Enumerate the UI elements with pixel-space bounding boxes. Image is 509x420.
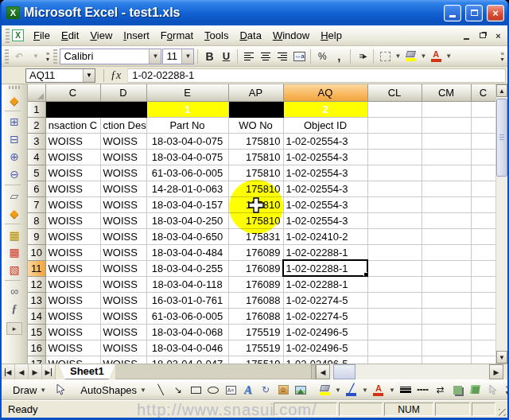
cell-AQ10[interactable]: 1-02-02288-1 <box>283 244 367 260</box>
fill-color-button[interactable] <box>317 382 332 398</box>
cell-C7[interactable] <box>471 196 495 212</box>
toolbar-options-icon[interactable]: »▾ <box>45 51 51 62</box>
cell-C13[interactable] <box>471 292 495 308</box>
cell-C1[interactable] <box>471 101 495 117</box>
row-header-3[interactable]: 3 <box>28 133 45 149</box>
row-header-10[interactable]: 10 <box>28 244 45 260</box>
menu-edit[interactable]: Edit <box>56 27 84 44</box>
cell-D17[interactable]: WOISS <box>100 356 146 364</box>
cell-AQ5[interactable]: 1-02-02554-3 <box>283 165 367 181</box>
cell-E4[interactable]: 18-03-04-0-075 <box>146 149 228 165</box>
toolbar-options-icon[interactable]: »▾ <box>504 384 509 395</box>
line-color-button[interactable]: ╱ <box>344 382 359 398</box>
toolbar-options-icon[interactable]: »▾ <box>499 51 506 62</box>
scroll-right-icon[interactable]: ▶ <box>489 364 503 379</box>
undo-dropdown-icon[interactable]: ▼ <box>28 49 44 64</box>
cell-D11[interactable]: WOISS <box>100 260 146 276</box>
menu-format[interactable]: Format <box>155 27 199 44</box>
workbook-restore-button[interactable] <box>476 29 489 41</box>
toolbar-grip[interactable] <box>53 49 57 64</box>
font-color-dropdown-icon[interactable]: ▼ <box>388 387 396 394</box>
validate-icon[interactable]: ◆ <box>5 91 24 109</box>
toolbar-grip[interactable] <box>6 29 10 43</box>
cell-E3[interactable]: 18-03-04-0-075 <box>146 133 228 149</box>
insert-picture-icon[interactable] <box>293 382 309 398</box>
horizontal-scroll-thumb[interactable] <box>333 364 356 379</box>
bold-button[interactable]: B <box>201 49 217 64</box>
cell-AQ13[interactable]: 1-02-02274-5 <box>283 292 367 308</box>
cell-AP5[interactable]: 175810 <box>228 165 283 181</box>
row-header-16[interactable]: 16 <box>28 340 45 356</box>
cell-AP14[interactable]: 176088 <box>228 308 283 324</box>
cell-AQ4[interactable]: 1-02-02554-3 <box>283 149 367 165</box>
cell-AQ15[interactable]: 1-02-02496-5 <box>283 324 367 340</box>
menu-data[interactable]: Data <box>234 27 266 44</box>
chevron-down-icon[interactable]: ▼ <box>83 69 95 82</box>
col-header-AP[interactable]: AP <box>228 84 283 101</box>
note-icon[interactable]: ▤ <box>5 226 24 243</box>
cell-D4[interactable]: WOISS <box>100 149 146 165</box>
cell-AQ14[interactable]: 1-02-02274-5 <box>283 308 367 324</box>
clip-art-icon[interactable]: ☺ <box>275 382 291 398</box>
cell-AP3[interactable]: 175810 <box>228 133 283 149</box>
toolbar-expand-icon[interactable]: ▸ <box>6 322 22 335</box>
cell-CL5[interactable] <box>367 165 422 181</box>
red-table-edit-icon[interactable]: ▧ <box>5 261 24 278</box>
cell-AP16[interactable]: 175519 <box>228 340 283 356</box>
fx-search-icon[interactable]: ƒ <box>5 300 24 317</box>
cell-CM4[interactable] <box>422 149 471 165</box>
cell-CL13[interactable] <box>367 292 422 308</box>
cell-C11[interactable]: WOISS <box>45 260 100 276</box>
cell-AQ2[interactable]: Object ID <box>283 117 367 133</box>
workbook-icon[interactable]: X <box>12 29 24 41</box>
font-color-button[interactable]: A <box>371 382 387 398</box>
cell-CM17[interactable] <box>422 356 471 364</box>
autoshapes-menu-button[interactable]: AutoShapes▼ <box>76 383 151 398</box>
cell-E16[interactable]: 18-03-04-0-046 <box>146 340 228 356</box>
formula-input[interactable]: 1-02-02288-1 <box>127 68 506 83</box>
menu-help[interactable]: Help <box>315 27 348 44</box>
underline-button[interactable]: U <box>218 49 234 64</box>
select-all-corner[interactable] <box>28 84 45 101</box>
cell-CM9[interactable] <box>422 228 471 244</box>
red-table-icon[interactable]: ▦ <box>5 243 24 261</box>
row-header-4[interactable]: 4 <box>28 149 45 165</box>
cell-CL7[interactable] <box>367 196 422 212</box>
cell-CM14[interactable] <box>422 308 471 324</box>
cell-C11[interactable] <box>471 260 495 276</box>
cell-CL15[interactable] <box>367 324 422 340</box>
menu-tools[interactable]: Tools <box>199 27 234 44</box>
cell-C6[interactable] <box>471 181 495 196</box>
cell-CM7[interactable] <box>422 196 471 212</box>
cell-AQ8[interactable]: 1-02-02554-3 <box>283 212 367 228</box>
cell-CM13[interactable] <box>422 292 471 308</box>
previous-sheet-button[interactable]: ◀ <box>15 364 29 379</box>
col-header-CL[interactable]: CL <box>367 84 422 101</box>
cell-D9[interactable]: WOISS <box>100 228 146 244</box>
cell-CM1[interactable] <box>422 101 471 117</box>
cell-C8[interactable]: WOISS <box>45 212 100 228</box>
chevron-down-icon[interactable]: ▼ <box>181 49 193 64</box>
vertical-scroll-thumb[interactable] <box>496 99 507 177</box>
cell-AP6[interactable]: 175810 <box>228 181 283 196</box>
cell-D16[interactable]: WOISS <box>100 340 146 356</box>
toolbar-grip[interactable] <box>9 86 20 89</box>
menu-view[interactable]: View <box>84 27 118 44</box>
cell-C9[interactable]: WOISS <box>45 228 100 244</box>
remove-boxes-icon[interactable]: ⊟ <box>5 130 24 148</box>
menu-file[interactable]: File <box>28 27 56 44</box>
cell-D13[interactable]: WOISS <box>100 292 146 308</box>
cell-AP8[interactable]: 175810 <box>228 212 283 228</box>
col-header-AQ[interactable]: AQ <box>283 84 367 101</box>
cell-E14[interactable]: 61-03-06-0-005 <box>146 308 228 324</box>
warning-diamond-icon[interactable]: ◆ <box>5 204 24 222</box>
row-header-2[interactable]: 2 <box>28 117 45 133</box>
cell-AQ12[interactable]: 1-02-02288-1 <box>283 276 367 292</box>
cell-CL11[interactable] <box>367 260 422 276</box>
cell-E17[interactable]: 18-03-04-0-047 <box>146 356 228 364</box>
cell-D1[interactable] <box>100 101 146 117</box>
cell-E15[interactable]: 18-03-04-0-068 <box>146 324 228 340</box>
cell-CM2[interactable] <box>422 117 471 133</box>
cell-AP2[interactable]: WO No <box>228 117 283 133</box>
row-header-12[interactable]: 12 <box>28 276 45 292</box>
